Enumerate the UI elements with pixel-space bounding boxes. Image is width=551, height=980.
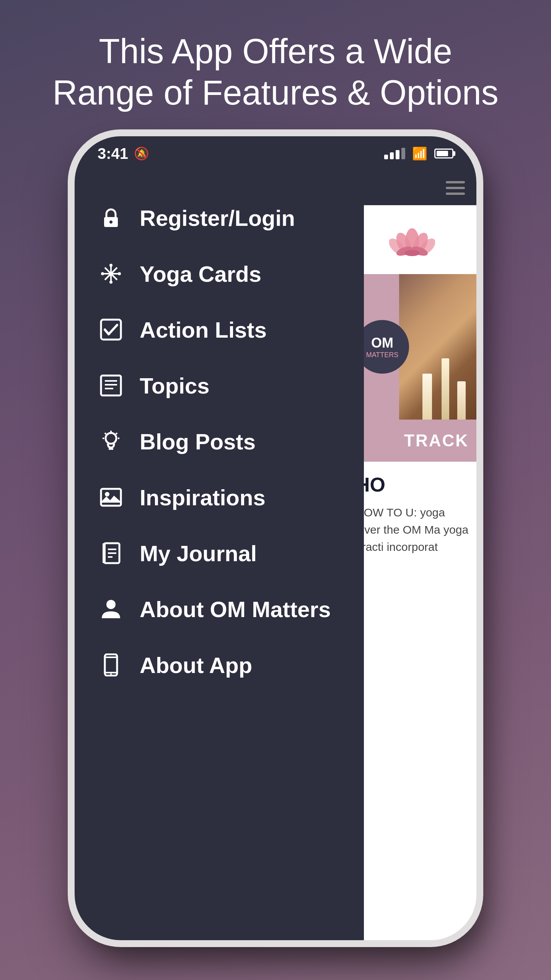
hamburger-menu-button[interactable] — [446, 181, 465, 195]
svg-point-8 — [109, 281, 112, 284]
menu-item-register-login[interactable]: Register/Login — [75, 190, 364, 246]
svg-rect-26 — [103, 543, 106, 563]
phone-screen: 3:41 🔕 📶 — [75, 136, 476, 940]
svg-point-9 — [101, 272, 104, 275]
app-content-body: HOW TO U: yoga lover the OM Ma yoga prac… — [355, 504, 469, 555]
mute-icon: 🔕 — [134, 146, 149, 161]
status-bar: 3:41 🔕 📶 — [75, 136, 476, 171]
app-content-panel: OM MATTERS TRACK HO HOW TO U: yoga lover… — [348, 171, 476, 940]
menu-label-inspirations: Inspirations — [140, 485, 266, 510]
app-header — [348, 171, 476, 205]
lotus-logo-icon — [389, 220, 435, 259]
menu-item-inspirations[interactable]: Inspirations — [75, 469, 364, 525]
status-time: 3:41 🔕 — [98, 145, 149, 162]
menu-label-register-login: Register/Login — [140, 205, 295, 231]
bulb-icon — [98, 428, 124, 455]
svg-rect-23 — [101, 489, 121, 506]
menu-panel: Register/Login — [75, 171, 364, 940]
candles-background — [399, 274, 476, 420]
hamburger-line — [446, 181, 465, 183]
svg-point-30 — [106, 600, 116, 609]
menu-label-about-app: About App — [140, 652, 252, 678]
menu-label-about-om-matters: About OM Matters — [140, 596, 331, 622]
signal-bars-icon — [384, 148, 405, 159]
headline: This App Offers a Wide Range of Features… — [22, 31, 529, 113]
menu-item-about-om-matters[interactable]: About OM Matters — [75, 581, 364, 637]
app-content-heading: HO — [355, 473, 469, 496]
battery-icon — [434, 149, 453, 158]
app-text-section: HO HOW TO U: yoga lover the OM Ma yoga p… — [348, 462, 476, 940]
wifi-icon: 📶 — [412, 146, 427, 161]
svg-point-10 — [118, 272, 121, 275]
menu-item-topics[interactable]: Topics — [75, 358, 364, 413]
person-icon — [98, 596, 124, 622]
yoga-icon — [98, 260, 124, 287]
menu-label-my-journal: My Journal — [140, 541, 257, 566]
journal-icon — [98, 540, 124, 567]
image-icon — [98, 484, 124, 511]
phone-mockup: 3:41 🔕 📶 — [75, 136, 476, 940]
svg-point-1 — [109, 220, 112, 224]
om-subtext: MATTERS — [366, 351, 399, 359]
checkbox-icon — [98, 316, 124, 343]
list-icon — [98, 372, 124, 399]
menu-item-about-app[interactable]: About App — [75, 637, 364, 693]
status-icons: 📶 — [384, 146, 453, 161]
track-label: TRACK — [404, 431, 469, 450]
menu-label-topics: Topics — [140, 373, 210, 399]
menu-label-action-lists: Action Lists — [140, 317, 267, 343]
menu-item-my-journal[interactable]: My Journal — [75, 525, 364, 581]
hamburger-line — [446, 193, 465, 195]
app-content-image: OM MATTERS — [348, 274, 476, 420]
svg-point-24 — [105, 492, 109, 497]
svg-line-22 — [116, 433, 117, 434]
hamburger-line — [446, 187, 465, 189]
menu-item-blog-posts[interactable]: Blog Posts — [75, 413, 364, 469]
lock-icon — [98, 204, 124, 231]
track-button[interactable]: TRACK — [348, 420, 476, 462]
menu-label-yoga-cards: Yoga Cards — [140, 261, 261, 287]
svg-point-7 — [109, 264, 112, 267]
menu-label-blog-posts: Blog Posts — [140, 429, 256, 454]
svg-point-42 — [404, 250, 420, 256]
menu-item-action-lists[interactable]: Action Lists — [75, 302, 364, 358]
phone-icon — [98, 652, 124, 678]
menu-item-yoga-cards[interactable]: Yoga Cards — [75, 246, 364, 302]
om-text: OM — [371, 335, 393, 351]
svg-point-34 — [110, 673, 112, 675]
app-logo-area — [348, 205, 476, 274]
svg-line-21 — [105, 433, 106, 434]
svg-point-16 — [106, 433, 116, 444]
